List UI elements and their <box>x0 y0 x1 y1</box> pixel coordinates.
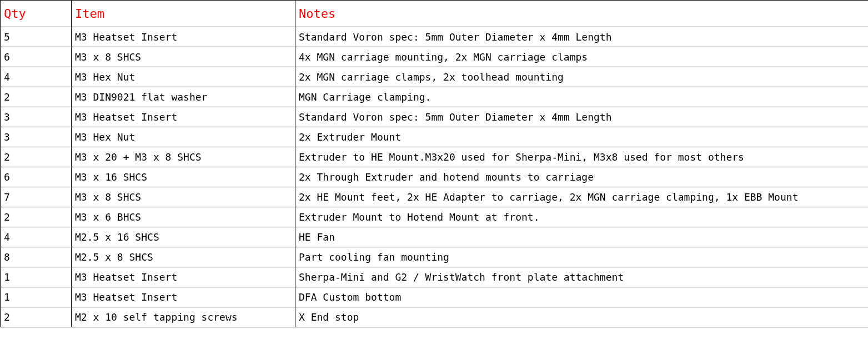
table-row: 8 M2.5 x 8 SHCS Part cooling fan mountin… <box>1 247 869 267</box>
table-row: 3 M3 Hex Nut 2x Extruder Mount <box>1 127 869 147</box>
cell-item: M3 Heatset Insert <box>72 287 295 307</box>
cell-qty: 2 <box>1 207 72 227</box>
cell-notes: Extruder to HE Mount.M3x20 used for Sher… <box>295 147 869 167</box>
cell-notes: MGN Carriage clamping. <box>295 87 869 107</box>
cell-item: M3 x 20 + M3 x 8 SHCS <box>72 147 295 167</box>
table-row: 6 M3 x 16 SHCS 2x Through Extruder and h… <box>1 167 869 187</box>
cell-item: M3 x 6 BHCS <box>72 207 295 227</box>
header-qty: Qty <box>1 1 72 27</box>
cell-item: M2 x 10 self tapping screws <box>72 307 295 327</box>
parts-table: Qty Item Notes 5 M3 Heatset Insert Stand… <box>0 0 868 327</box>
cell-qty: 4 <box>1 227 72 247</box>
cell-qty: 3 <box>1 107 72 127</box>
table-row: 1 M3 Heatset Insert Sherpa-Mini and G2 /… <box>1 267 869 287</box>
cell-item: M2.5 x 16 SHCS <box>72 227 295 247</box>
header-row: Qty Item Notes <box>1 1 869 27</box>
cell-notes: Extruder Mount to Hotend Mount at front. <box>295 207 869 227</box>
cell-notes: X End stop <box>295 307 869 327</box>
table-row: 3 M3 Heatset Insert Standard Voron spec:… <box>1 107 869 127</box>
cell-notes: Standard Voron spec: 5mm Outer Diameter … <box>295 107 869 127</box>
table-row: 2 M2 x 10 self tapping screws X End stop <box>1 307 869 327</box>
cell-item: M3 Heatset Insert <box>72 27 295 47</box>
cell-qty: 1 <box>1 287 72 307</box>
cell-notes: DFA Custom bottom <box>295 287 869 307</box>
header-notes: Notes <box>295 1 869 27</box>
cell-qty: 4 <box>1 67 72 87</box>
cell-notes: Part cooling fan mounting <box>295 247 869 267</box>
cell-qty: 6 <box>1 47 72 67</box>
cell-item: M3 Hex Nut <box>72 67 295 87</box>
cell-item: M3 Hex Nut <box>72 127 295 147</box>
cell-item: M3 Heatset Insert <box>72 267 295 287</box>
cell-notes: HE Fan <box>295 227 869 247</box>
cell-notes: Sherpa-Mini and G2 / WristWatch front pl… <box>295 267 869 287</box>
cell-notes: 2x HE Mount feet, 2x HE Adapter to carri… <box>295 187 869 207</box>
cell-qty: 7 <box>1 187 72 207</box>
cell-notes: Standard Voron spec: 5mm Outer Diameter … <box>295 27 869 47</box>
cell-notes: 2x Through Extruder and hotend mounts to… <box>295 167 869 187</box>
cell-qty: 1 <box>1 267 72 287</box>
table-row: 2 M3 x 20 + M3 x 8 SHCS Extruder to HE M… <box>1 147 869 167</box>
cell-item: M3 DIN9021 flat washer <box>72 87 295 107</box>
table-row: 1 M3 Heatset Insert DFA Custom bottom <box>1 287 869 307</box>
cell-qty: 2 <box>1 147 72 167</box>
table-row: 6 M3 x 8 SHCS 4x MGN carriage mounting, … <box>1 47 869 67</box>
cell-item: M3 x 16 SHCS <box>72 167 295 187</box>
cell-qty: 6 <box>1 167 72 187</box>
table-row: 5 M3 Heatset Insert Standard Voron spec:… <box>1 27 869 47</box>
cell-item: M3 x 8 SHCS <box>72 47 295 67</box>
cell-qty: 3 <box>1 127 72 147</box>
table-row: 4 M3 Hex Nut 2x MGN carriage clamps, 2x … <box>1 67 869 87</box>
table-row: 7 M3 x 8 SHCS 2x HE Mount feet, 2x HE Ad… <box>1 187 869 207</box>
table-row: 2 M3 x 6 BHCS Extruder Mount to Hotend M… <box>1 207 869 227</box>
cell-qty: 5 <box>1 27 72 47</box>
table-body: 5 M3 Heatset Insert Standard Voron spec:… <box>1 27 869 327</box>
cell-qty: 2 <box>1 87 72 107</box>
cell-qty: 8 <box>1 247 72 267</box>
cell-item: M3 Heatset Insert <box>72 107 295 127</box>
cell-notes: 2x MGN carriage clamps, 2x toolhead moun… <box>295 67 869 87</box>
cell-item: M2.5 x 8 SHCS <box>72 247 295 267</box>
cell-item: M3 x 8 SHCS <box>72 187 295 207</box>
table-row: 4 M2.5 x 16 SHCS HE Fan <box>1 227 869 247</box>
cell-notes: 2x Extruder Mount <box>295 127 869 147</box>
table-row: 2 M3 DIN9021 flat washer MGN Carriage cl… <box>1 87 869 107</box>
cell-notes: 4x MGN carriage mounting, 2x MGN carriag… <box>295 47 869 67</box>
header-item: Item <box>72 1 295 27</box>
cell-qty: 2 <box>1 307 72 327</box>
